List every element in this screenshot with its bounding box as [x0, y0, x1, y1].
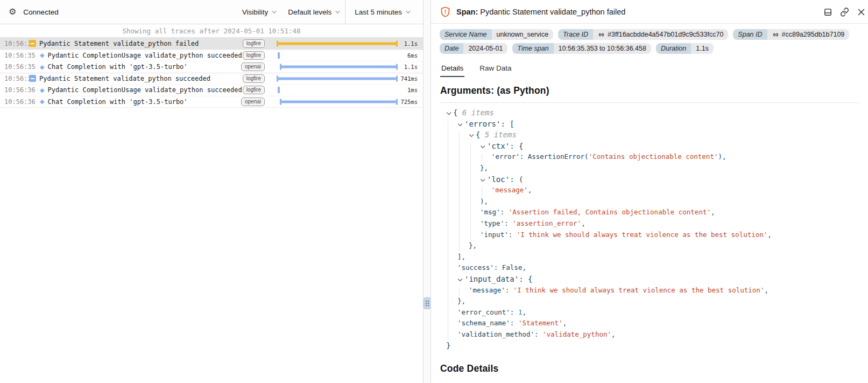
code-line: { 6 items — [440, 108, 859, 120]
trace-id-value[interactable]: #3ff16acbdde4a547b01d9c9c533fcc70 — [593, 29, 728, 40]
expand-chevron-icon[interactable] — [481, 177, 485, 181]
trace-row-title: Pydantic CompletionUsage validate_python… — [47, 86, 242, 94]
date-value: 2024-05-01 — [463, 43, 507, 54]
trace-row-title: Pydantic Statement validate_python faile… — [39, 40, 243, 47]
metadata-pill-trace-id: Trace ID #3ff16acbdde4a547b01d9c9c533fcc… — [558, 29, 728, 40]
code-token: }, — [469, 241, 477, 249]
trace-row[interactable]: 10:56:36◆Pydantic CompletionUsage valida… — [0, 84, 423, 96]
span-id-label: Span ID — [733, 29, 767, 40]
trace-row-title: Chat Completion with 'gpt-3.5-turbo' — [47, 63, 241, 71]
duration-bar-part — [396, 99, 398, 105]
duration-bar-part — [280, 100, 398, 103]
panel-layout-icon[interactable] — [823, 8, 832, 17]
expand-chevron-icon[interactable] — [447, 110, 451, 115]
visibility-dropdown[interactable]: Visibility — [236, 0, 282, 24]
span-detail-panel: ! Span: Pydantic Statement validate_pyth… — [431, 0, 868, 383]
trace-timeline-track — [269, 38, 398, 50]
expand-chevron-icon[interactable] — [481, 143, 485, 148]
code-details-heading: Code Details — [431, 360, 868, 383]
metadata-pill-service-name: Service Nameunknown_service — [440, 29, 553, 40]
expand-chevron-icon[interactable] — [469, 133, 474, 137]
code-line: } — [440, 341, 859, 352]
collapse-toggle-icon[interactable] — [29, 75, 36, 82]
trace-row-icon-cell: ◆ — [29, 52, 44, 58]
expand-chevron-icon[interactable] — [458, 277, 462, 281]
span-detail-header: ! Span: Pydantic Statement validate_pyth… — [431, 0, 868, 24]
code-line: }, — [440, 297, 859, 308]
indent-guide — [448, 121, 448, 340]
expand-chevron-icon[interactable] — [458, 121, 462, 126]
trace-row-title: Pydantic CompletionUsage validate_python… — [47, 52, 242, 59]
chevron-down-icon — [335, 9, 340, 13]
code-line: 'error': AssertionError('Contains object… — [440, 152, 859, 164]
duration-tick — [278, 52, 280, 59]
code-token: 'schema_name': — [457, 319, 518, 327]
trace-row-duration: 1.1s — [398, 64, 423, 70]
visibility-label: Visibility — [242, 8, 269, 16]
duration-bar-part — [396, 64, 398, 70]
time-range-dropdown[interactable]: Last 5 minutes — [345, 0, 423, 24]
code-line: 'input': 'I think we should always treat… — [440, 231, 859, 242]
code-token: , — [611, 330, 616, 338]
scope-badge: logfire — [243, 74, 265, 83]
trace-row-title: Chat Completion with 'gpt-3.5-turbo' — [47, 98, 241, 106]
service-name-value: unknown_service — [492, 29, 554, 40]
trace-row-icon-cell: ◆ — [29, 87, 44, 93]
tab-raw-data[interactable]: Raw Data — [478, 64, 512, 77]
scope-badge: logfire — [243, 51, 265, 60]
copy-link-icon[interactable] — [840, 8, 849, 17]
span-title-text: Pydantic Statement validate_python faile… — [480, 8, 625, 16]
code-line: 'error_count': 1, — [440, 308, 859, 319]
span-header-actions — [823, 8, 866, 17]
trace-row-time: 10:56:35 — [0, 63, 26, 71]
splitter-drag-handle[interactable] — [424, 297, 431, 309]
code-line: 'success': False, — [440, 263, 859, 275]
trace-timeline-track — [269, 61, 398, 73]
code-token: ), — [718, 152, 726, 161]
code-token: 6 items — [462, 108, 494, 117]
trace-row-icon-cell — [29, 75, 36, 82]
duration-bar — [280, 99, 398, 105]
code-token: , — [528, 186, 532, 194]
code-line: 'type': 'assertion_error', — [440, 219, 859, 231]
code-line: 'message', — [440, 186, 859, 197]
trace-row[interactable]: 10:56:35Pydantic Statement validate_pyth… — [0, 38, 423, 50]
code-token: { — [453, 108, 462, 117]
code-token: 'message': — [469, 286, 513, 294]
span-diamond-icon: ◆ — [40, 87, 44, 93]
trace-row-duration: 1ms — [398, 87, 423, 93]
code-line: 'msg': 'Assertion failed, Contains objec… — [440, 208, 859, 219]
code-line: { 5 items — [440, 130, 859, 142]
trace-row-title: Pydantic Statement validate_python succe… — [39, 75, 243, 82]
trace-row[interactable]: 10:56:36Pydantic Statement validate_pyth… — [0, 73, 423, 85]
code-line: ], — [440, 253, 859, 264]
default-levels-label: Default levels — [288, 8, 331, 16]
metadata-pill-time-span: Time span10:56:35.353 to 10:56:36.458 — [512, 43, 651, 54]
tab-details[interactable]: Details — [440, 64, 464, 77]
svg-text:!: ! — [444, 9, 447, 15]
indent-guide — [459, 131, 460, 252]
default-levels-dropdown[interactable]: Default levels — [281, 0, 345, 24]
metadata-pill-row: Date2024-05-01Time span10:56:35.353 to 1… — [440, 43, 859, 54]
collapse-toggle-icon[interactable] — [29, 40, 36, 47]
trace-row-time: 10:56:35 — [0, 40, 26, 47]
duration-bar — [280, 64, 398, 70]
code-token: 'success': False, — [457, 263, 526, 271]
settings-gear-icon[interactable]: ⚙ — [9, 8, 16, 16]
traces-info-bar: Showing all traces after 2024-05-01 10:5… — [0, 24, 423, 38]
trace-rows: 10:56:35Pydantic Statement validate_pyth… — [0, 38, 423, 108]
code-line: 'schema_name': 'Statement', — [440, 319, 859, 330]
code-token: 'Assertion failed, Contains objectionabl… — [509, 208, 711, 216]
arguments-code-viewer: { 6 items'errors': [{ 5 items'ctx': {'er… — [440, 102, 859, 360]
trace-row[interactable]: 10:56:35◆Pydantic CompletionUsage valida… — [0, 50, 423, 61]
trace-row-time: 10:56:36 — [0, 75, 26, 82]
trace-row[interactable]: 10:56:36◆Chat Completion with 'gpt-3.5-t… — [0, 96, 423, 108]
indent-guide — [482, 154, 482, 163]
code-token: 'error_count': — [457, 308, 518, 316]
code-token: } — [446, 341, 450, 350]
trace-row[interactable]: 10:56:35◆Chat Completion with 'gpt-3.5-t… — [0, 61, 423, 73]
close-icon[interactable] — [857, 8, 866, 17]
span-id-value[interactable]: #cc89a295db1b7109 — [767, 29, 850, 40]
chevron-down-icon — [406, 9, 410, 13]
metadata-pill-duration: Duration1.1s — [656, 43, 714, 54]
